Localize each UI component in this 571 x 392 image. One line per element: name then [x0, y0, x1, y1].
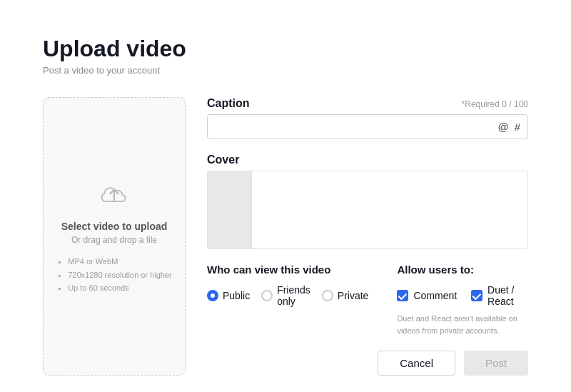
upload-main-text: Select video to upload — [61, 221, 168, 232]
cover-section: Cover — [207, 154, 528, 249]
page-title: Upload video — [43, 36, 528, 62]
caption-input[interactable] — [215, 121, 497, 133]
allow-users-checkbox-group: Comment Duet / React — [397, 284, 528, 307]
radio-circle-public — [207, 290, 218, 301]
checkbox-comment-box — [397, 290, 408, 301]
at-button[interactable]: @ — [497, 121, 508, 133]
radio-friends-label: Friends only — [277, 284, 310, 307]
caption-header: Caption *Required 0 / 100 — [207, 97, 528, 110]
checkbox-duet-box — [471, 290, 482, 301]
radio-public-label: Public — [223, 290, 250, 301]
radio-private[interactable]: Private — [322, 290, 369, 301]
upload-icon — [97, 178, 131, 212]
hash-button[interactable]: # — [515, 121, 520, 133]
upload-hint-2: 720x1280 resolution or higher — [68, 268, 172, 282]
upload-sub-text: Or drag and drop a file — [71, 235, 157, 245]
footer-buttons: Cancel Post — [207, 351, 528, 376]
caption-actions: @ # — [497, 121, 520, 133]
content-area: Select video to upload Or drag and drop … — [43, 97, 528, 376]
form-area: Caption *Required 0 / 100 @ # Cover — [207, 97, 528, 376]
page-subtitle: Post a video to your account — [43, 65, 528, 76]
radio-circle-friends — [261, 290, 273, 301]
allow-users-title: Allow users to: — [397, 263, 528, 276]
upload-zone[interactable]: Select video to upload Or drag and drop … — [43, 97, 186, 376]
upload-hint-3: Up to 60 seconds — [68, 281, 172, 295]
post-button[interactable]: Post — [464, 351, 528, 376]
cover-rest — [252, 171, 527, 248]
radio-friends[interactable]: Friends only — [261, 284, 310, 307]
who-can-view-title: Who can view this video — [207, 263, 368, 276]
checkbox-duet[interactable]: Duet / React — [471, 284, 528, 307]
visibility-radio-group: Public Friends only Private — [207, 284, 368, 307]
allow-users-group: Allow users to: Comment Duet / React Due… — [397, 263, 528, 336]
radio-public[interactable]: Public — [207, 290, 250, 301]
page-container: Upload video Post a video to your accoun… — [0, 0, 571, 392]
options-row: Who can view this video Public Friends o… — [207, 263, 528, 336]
cover-label: Cover — [207, 154, 239, 166]
upload-hint-1: MP4 or WebM — [68, 255, 172, 268]
checkbox-comment[interactable]: Comment — [397, 290, 457, 301]
caption-label: Caption — [207, 97, 250, 110]
cover-header: Cover — [207, 154, 528, 166]
caption-section: Caption *Required 0 / 100 @ # — [207, 97, 528, 139]
caption-input-wrapper[interactable]: @ # — [207, 114, 528, 139]
who-can-view-group: Who can view this video Public Friends o… — [207, 263, 368, 307]
caption-meta: *Required 0 / 100 — [462, 99, 528, 109]
upload-hints: MP4 or WebM 720x1280 resolution or highe… — [56, 255, 172, 295]
radio-circle-private — [322, 290, 333, 301]
cover-thumbnail — [208, 171, 252, 248]
cover-area[interactable] — [207, 171, 528, 249]
privacy-note: Duet and React aren't available on video… — [397, 313, 528, 336]
checkbox-comment-label: Comment — [413, 290, 457, 301]
radio-private-label: Private — [338, 290, 369, 301]
checkbox-duet-label: Duet / React — [487, 284, 528, 307]
cancel-button[interactable]: Cancel — [378, 351, 455, 376]
